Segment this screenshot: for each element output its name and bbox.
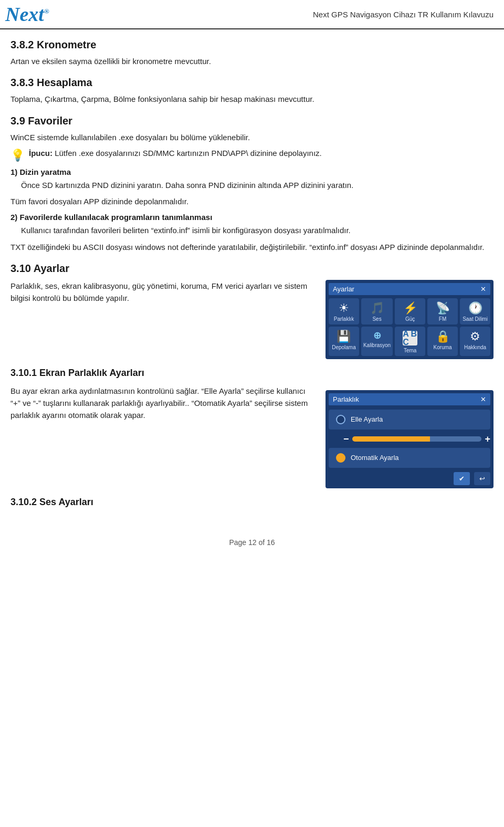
parlaklık-footer: ✔ ↩: [329, 472, 490, 485]
saat-icon: 🕐: [468, 302, 482, 314]
section-3101-title: 3.10.1 Ekran Parlaklık Ayarları: [10, 368, 494, 379]
section-310-text: Parlaklık, ses, ekran kalibrasyonu, güç …: [10, 280, 315, 305]
koruma-icon: 🔒: [436, 331, 450, 342]
ayarlar-item-kalibrasyon: ⊕ Kalibrasyon: [361, 327, 393, 356]
ses-label: Ses: [372, 316, 381, 322]
ayarlar-title: Ayarlar: [333, 285, 354, 293]
hakkinda-icon: ⚙: [470, 331, 480, 342]
otomatik-ayarla-radio: [336, 453, 345, 463]
logo-text: Next: [5, 3, 44, 25]
ayarlar-item-hakkinda: ⚙ Hakkında: [460, 327, 490, 356]
ayarlar-item-ses: 🎵 Ses: [361, 298, 393, 324]
header-title: Next GPS Navigasyon Cihazı TR Kullanım K…: [313, 10, 494, 19]
guc-label: Güç: [405, 316, 415, 322]
fm-label: FM: [439, 316, 446, 322]
cancel-button[interactable]: ↩: [474, 472, 490, 485]
section-382-text: Artan ve eksilen sayma özellikli bir kro…: [10, 55, 494, 67]
section-39-fav2: TXT özelliğindeki bu ASCII dosyası windo…: [10, 241, 494, 253]
ayarlar-item-tema: A B C Tema: [395, 327, 425, 356]
page-header: Next® Next GPS Navigasyon Cihazı TR Kull…: [0, 0, 504, 29]
parlaklık-titlebar: Parlaklık ✕: [329, 393, 490, 405]
elle-ayarla-option: Elle Ayarla: [329, 410, 490, 430]
kalibrasyon-label: Kalibrasyon: [363, 342, 391, 348]
main-content: 3.8.2 Kronometre Artan ve eksilen sayma …: [0, 39, 504, 522]
parlaklık-screen-title: Parlaklık: [333, 395, 359, 403]
ayarlar-item-guc: ⚡ Güç: [395, 298, 425, 324]
section-3101-layout: Bu ayar ekran arka aydınlatmasının kontr…: [10, 385, 494, 488]
section-39-title: 3.9 Favoriler: [10, 115, 494, 127]
ayarlar-item-parlaklık: ☀ Parlaklık: [329, 298, 359, 324]
section-39-sub2: 2) Favorilerde kullanılacak programların…: [10, 213, 494, 222]
depolama-icon: 💾: [337, 331, 351, 342]
tema-icon: A B C: [403, 331, 417, 346]
ayarlar-item-saat: 🕐 Saat Dilimi: [460, 298, 490, 324]
section-3102-title: 3.10.2 Ses Ayarları: [10, 497, 494, 508]
parlaklık-icon: ☀: [339, 302, 349, 314]
section-310-title: 3.10 Ayarlar: [10, 263, 494, 275]
section-383-title: 3.8.3 Hesaplama: [10, 77, 494, 89]
section-39-text1: WinCE sistemde kullanılabilen .exe dosya…: [10, 131, 494, 143]
section-383-text: Toplama, Çıkartma, Çarpma, Bölme fonksiy…: [10, 93, 494, 105]
section-382-title: 3.8.2 Kronometre: [10, 39, 494, 51]
brightness-slider-row: − +: [343, 434, 490, 445]
elle-ayarla-radio: [336, 415, 345, 424]
tema-label: Tema: [404, 348, 416, 353]
fm-icon: 📡: [436, 302, 450, 314]
brightness-slider-track: [352, 436, 482, 442]
logo-sup: ®: [44, 7, 49, 15]
section-310-layout: Parlaklık, ses, ekran kalibrasyonu, güç …: [10, 280, 494, 359]
tip-row: 💡 İpucu: Lütfen .exe dosyalarınızı SD/MM…: [10, 148, 494, 162]
ayarlar-grid: ☀ Parlaklık 🎵 Ses ⚡ Güç 📡 FM: [329, 298, 490, 356]
ayarlar-close-icon: ✕: [480, 285, 486, 293]
logo: Next®: [5, 4, 49, 24]
parlaklık-screen-col: Parlaklık ✕ Elle Ayarla − + Otomatik: [326, 385, 494, 488]
otomatik-ayarla-label: Otomatik Ayarla: [351, 454, 399, 462]
ses-icon: 🎵: [370, 302, 384, 314]
koruma-label: Koruma: [434, 344, 452, 350]
section-39-step2: Tüm favori dosyaları APP dizininde depol…: [10, 195, 494, 207]
section-3101-text-col: Bu ayar ekran arka aydınlatmasının kontr…: [10, 385, 315, 488]
slider-minus-icon: −: [343, 434, 349, 445]
ayarlar-item-depolama: 💾 Depolama: [329, 327, 359, 356]
section-39-step1: Önce SD kartınızda PND dizinini yaratın.…: [10, 179, 494, 191]
section-39-sub1: 1) Dizin yaratma: [10, 168, 494, 176]
ok-button[interactable]: ✔: [454, 472, 470, 485]
section-3101-text: Bu ayar ekran arka aydınlatmasının kontr…: [10, 385, 315, 422]
elle-ayarla-label: Elle Ayarla: [351, 415, 383, 423]
parlaklık-screen: Parlaklık ✕ Elle Ayarla − + Otomatik: [326, 390, 494, 488]
depolama-label: Depolama: [332, 344, 356, 350]
parlaklık-close-icon: ✕: [480, 395, 486, 403]
ayarlar-item-koruma: 🔒 Koruma: [427, 327, 458, 356]
ayarlar-item-fm: 📡 FM: [427, 298, 458, 324]
ayarlar-titlebar: Ayarlar ✕: [329, 283, 490, 295]
tip-text: İpucu: Lütfen .exe dosyalarınızı SD/MMC …: [29, 148, 322, 160]
tip-icon: 💡: [10, 149, 25, 162]
slider-plus-icon: +: [485, 434, 490, 445]
kalibrasyon-icon: ⊕: [373, 331, 381, 340]
tip-bold: İpucu:: [29, 149, 52, 158]
hakkinda-label: Hakkında: [464, 344, 486, 350]
section-39-fav1: Kullanıcı tarafından favorileri belirten…: [10, 224, 494, 236]
ayarlar-screen-col: Ayarlar ✕ ☀ Parlaklık 🎵 Ses ⚡ Güç: [326, 280, 494, 359]
parlaklık-label: Parlaklık: [334, 316, 354, 322]
page-footer: Page 12 of 16: [0, 522, 504, 554]
otomatik-ayarla-option: Otomatik Ayarla: [329, 448, 490, 468]
saat-label: Saat Dilimi: [463, 316, 488, 322]
tip-rest: Lütfen .exe dosyalarınızı SD/MMC kartını…: [52, 149, 322, 158]
page-number: Page 12 of 16: [229, 538, 275, 547]
section-310-text-col: Parlaklık, ses, ekran kalibrasyonu, güç …: [10, 280, 315, 309]
guc-icon: ⚡: [403, 302, 417, 314]
ayarlar-screen: Ayarlar ✕ ☀ Parlaklık 🎵 Ses ⚡ Güç: [326, 280, 494, 359]
